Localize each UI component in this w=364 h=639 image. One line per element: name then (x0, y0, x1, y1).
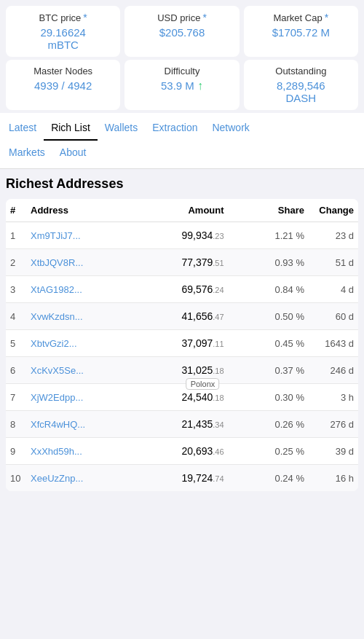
richest-addresses-table: # Address Amount Share Change 1Xm9TJiJ7.… (6, 199, 358, 491)
nav-row-2: Markets About (7, 141, 357, 168)
nav-markets[interactable]: Markets (7, 142, 52, 165)
usd-price-card: USD price * $205.768 (124, 6, 239, 57)
navigation: Latest Rich List Wallets Extraction Netw… (0, 113, 364, 169)
rank-cell: 7 (6, 384, 26, 411)
address-cell[interactable]: Xm9TJiJ7... (26, 222, 121, 249)
amount-cell: 99,934.23 (121, 222, 229, 249)
change-cell: 1643 d (309, 330, 358, 357)
stats-row-1: BTC price * 29.16624 mBTC USD price * $2… (0, 0, 364, 60)
change-cell: 60 d (309, 303, 358, 330)
change-cell: 276 d (309, 411, 358, 438)
address-cell[interactable]: XtAG1982... (26, 276, 121, 303)
change-cell: 16 h (309, 465, 358, 492)
amount-cell: 41,656.47 (121, 303, 229, 330)
table-row: 10XeeUzZnp...19,724.740.24 %16 h (6, 465, 358, 492)
marketcap-value: $1705.72 M (248, 26, 354, 39)
share-cell: 0.45 % (229, 330, 309, 357)
amount-cell: 21,435.34 (121, 411, 229, 438)
share-cell: 0.25 % (229, 438, 309, 465)
table-row: 6XcKvX5Se...31,025.180.37 %246 d (6, 357, 358, 384)
masternodes-card: Master Nodes 4939 / 4942 (6, 60, 120, 110)
change-cell: 23 d (309, 222, 358, 249)
nav-wallets[interactable]: Wallets (98, 117, 145, 141)
nav-rich-list[interactable]: Rich List (44, 117, 98, 141)
btc-price-value: 29.16624 mBTC (10, 26, 116, 51)
address-cell[interactable]: XbtvGzi2... (26, 330, 121, 357)
address-cell[interactable]: XxXhd59h... (26, 438, 121, 465)
table-row: 7XjW2Edpp...Polonx24,540.180.30 %3 h (6, 384, 358, 411)
change-cell: 51 d (309, 249, 358, 276)
nav-row-1: Latest Rich List Wallets Extraction Netw… (7, 117, 357, 141)
table-row: 2XtbJQV8R...77,379.510.93 %51 d (6, 249, 358, 276)
marketcap-asterisk: * (325, 12, 328, 23)
rank-cell: 6 (6, 357, 26, 384)
btc-price-label: BTC price * (10, 12, 116, 23)
address-cell[interactable]: XeeUzZnp... (26, 465, 121, 492)
change-cell: 3 h (309, 384, 358, 411)
btc-asterisk: * (83, 12, 87, 23)
stats-row-2: Master Nodes 4939 / 4942 Difficulty 53.9… (0, 60, 364, 113)
table-row: 4XvwKzdsn...41,656.470.50 %60 d (6, 303, 358, 330)
amount-cell: Polonx24,540.18 (121, 384, 229, 411)
share-cell: 0.93 % (229, 249, 309, 276)
rank-cell: 9 (6, 438, 26, 465)
nav-network[interactable]: Network (205, 117, 256, 141)
change-cell: 39 d (309, 438, 358, 465)
usd-asterisk: * (202, 12, 206, 23)
table-row: 8XfcR4wHQ...21,435.340.26 %276 d (6, 411, 358, 438)
difficulty-card: Difficulty 53.9 M ↑ (124, 60, 239, 110)
usd-price-label: USD price * (129, 12, 234, 23)
rank-cell: 2 (6, 249, 26, 276)
rank-cell: 10 (6, 465, 26, 492)
difficulty-value: 53.9 M ↑ (129, 79, 234, 93)
nav-about[interactable]: About (52, 142, 94, 165)
outstanding-card: Outstanding 8,289,546 DASH (244, 60, 358, 110)
difficulty-label: Difficulty (129, 66, 234, 77)
address-cell[interactable]: XcKvX5Se... (26, 357, 121, 384)
share-cell: 0.84 % (229, 276, 309, 303)
table-row: 9XxXhd59h...20,693.460.25 %39 d (6, 438, 358, 465)
btc-price-card: BTC price * 29.16624 mBTC (6, 6, 120, 57)
table-row: 5XbtvGzi2...37,097.110.45 %1643 d (6, 330, 358, 357)
marketcap-label: Market Cap * (248, 12, 354, 23)
address-cell[interactable]: XvwKzdsn... (26, 303, 121, 330)
table-header-row: # Address Amount Share Change (6, 199, 358, 222)
amount-cell: 19,724.74 (121, 465, 229, 492)
outstanding-value: 8,289,546 DASH (248, 79, 354, 104)
rank-cell: 3 (6, 276, 26, 303)
address-cell[interactable]: XtbJQV8R... (26, 249, 121, 276)
amount-cell: 77,379.51 (121, 249, 229, 276)
section-title: Richest Addresses (6, 176, 358, 192)
address-cell[interactable]: XfcR4wHQ... (26, 411, 121, 438)
nav-extraction[interactable]: Extraction (145, 117, 205, 141)
rank-cell: 1 (6, 222, 26, 249)
share-cell: 1.21 % (229, 222, 309, 249)
table-row: 1Xm9TJiJ7...99,934.231.21 %23 d (6, 222, 358, 249)
share-cell: 0.30 % (229, 384, 309, 411)
col-change: Change (309, 199, 358, 222)
rank-cell: 8 (6, 411, 26, 438)
main-content: Richest Addresses # Address Amount Share… (0, 169, 364, 498)
col-amount: Amount (121, 199, 229, 222)
col-address: Address (26, 199, 121, 222)
share-cell: 0.24 % (229, 465, 309, 492)
amount-cell: 37,097.11 (121, 330, 229, 357)
col-share: Share (229, 199, 309, 222)
amount-cell: 20,693.46 (121, 438, 229, 465)
nav-latest[interactable]: Latest (7, 117, 44, 141)
masternodes-value: 4939 / 4942 (10, 79, 116, 92)
marketcap-card: Market Cap * $1705.72 M (244, 6, 358, 57)
address-cell[interactable]: XjW2Edpp... (26, 384, 121, 411)
usd-price-value: $205.768 (129, 26, 234, 39)
rank-cell: 4 (6, 303, 26, 330)
change-cell: 4 d (309, 276, 358, 303)
share-cell: 0.37 % (229, 357, 309, 384)
change-cell: 246 d (309, 357, 358, 384)
table-row: 3XtAG1982...69,576.240.84 %4 d (6, 276, 358, 303)
outstanding-label: Outstanding (248, 66, 354, 77)
amount-cell: 69,576.24 (121, 276, 229, 303)
rank-cell: 5 (6, 330, 26, 357)
masternodes-label: Master Nodes (10, 66, 116, 77)
share-cell: 0.50 % (229, 303, 309, 330)
share-cell: 0.26 % (229, 411, 309, 438)
